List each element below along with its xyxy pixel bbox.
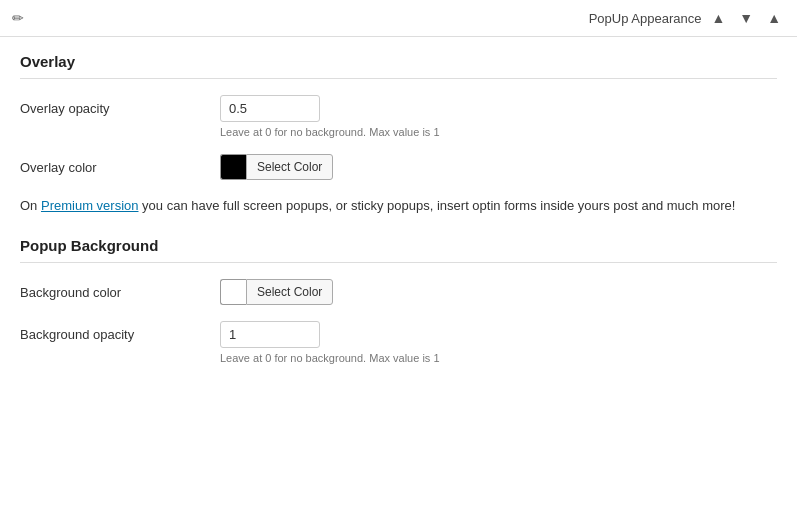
top-bar-right: PopUp Appearance ▲ ▼ ▲ <box>589 8 785 28</box>
overlay-opacity-label: Overlay opacity <box>20 95 220 116</box>
background-opacity-label: Background opacity <box>20 321 220 342</box>
main-content: Overlay Overlay opacity Leave at 0 for n… <box>0 37 797 396</box>
background-section-title: Popup Background <box>20 237 777 263</box>
overlay-select-color-button[interactable]: Select Color <box>246 154 333 180</box>
background-color-control: Select Color <box>220 279 777 305</box>
overlay-section-title: Overlay <box>20 53 777 79</box>
top-bar-left: ✏ <box>12 10 24 26</box>
nav-arrow-collapse[interactable]: ▲ <box>763 8 785 28</box>
background-color-picker-row: Select Color <box>220 279 777 305</box>
nav-arrow-down[interactable]: ▼ <box>735 8 757 28</box>
promo-suffix: you can have full screen popups, or stic… <box>139 198 736 213</box>
background-opacity-row: Background opacity Leave at 0 for no bac… <box>20 321 777 364</box>
background-color-row: Background color Select Color <box>20 279 777 305</box>
premium-version-link[interactable]: Premium version <box>41 198 139 213</box>
background-color-label: Background color <box>20 279 220 300</box>
top-bar: ✏ PopUp Appearance ▲ ▼ ▲ <box>0 0 797 37</box>
popup-appearance-title: PopUp Appearance <box>589 11 702 26</box>
overlay-opacity-hint: Leave at 0 for no background. Max value … <box>220 126 777 138</box>
background-opacity-hint: Leave at 0 for no background. Max value … <box>220 352 777 364</box>
nav-arrow-up[interactable]: ▲ <box>707 8 729 28</box>
background-color-swatch[interactable] <box>220 279 246 305</box>
overlay-color-row: Overlay color Select Color <box>20 154 777 180</box>
promo-prefix: On <box>20 198 41 213</box>
overlay-opacity-row: Overlay opacity Leave at 0 for no backgr… <box>20 95 777 138</box>
background-opacity-input[interactable] <box>220 321 320 348</box>
overlay-color-swatch[interactable] <box>220 154 246 180</box>
overlay-section: Overlay Overlay opacity Leave at 0 for n… <box>20 53 777 180</box>
background-opacity-control: Leave at 0 for no background. Max value … <box>220 321 777 364</box>
overlay-opacity-control: Leave at 0 for no background. Max value … <box>220 95 777 138</box>
overlay-opacity-input[interactable] <box>220 95 320 122</box>
overlay-color-picker-row: Select Color <box>220 154 777 180</box>
background-select-color-button[interactable]: Select Color <box>246 279 333 305</box>
overlay-color-control: Select Color <box>220 154 777 180</box>
pencil-icon: ✏ <box>12 10 24 26</box>
overlay-color-label: Overlay color <box>20 154 220 175</box>
promo-text: On Premium version you can have full scr… <box>20 196 777 217</box>
background-section: Popup Background Background color Select… <box>20 237 777 364</box>
